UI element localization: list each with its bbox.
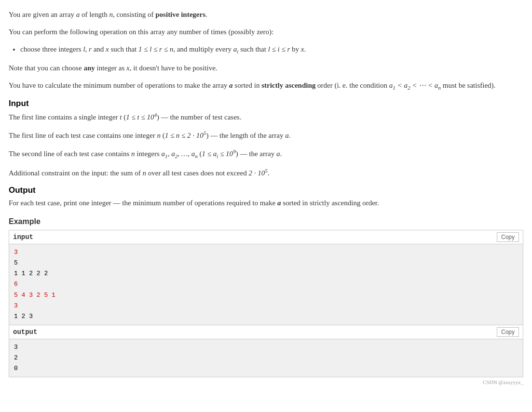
output-copy-button[interactable]: Copy — [497, 327, 519, 337]
output-line-3: 0 — [14, 363, 518, 374]
output-block: output Copy 3 2 0 — [9, 325, 523, 377]
bullet-item: choose three integers l, r and x such th… — [20, 43, 523, 56]
example-title: Example — [9, 217, 523, 226]
input-paragraph-2: The first line of each test case contain… — [9, 129, 523, 141]
output-paragraph-1: For each test case, print one integer — … — [9, 197, 523, 209]
paragraph-1: You are given an array a of length n, co… — [9, 9, 523, 20]
input-paragraph-4: Additional constraint on the input: the … — [9, 166, 523, 179]
input-label: input — [13, 233, 33, 241]
output-heading: Output — [9, 186, 523, 195]
input-line-7: 1 2 3 — [14, 311, 518, 322]
input-paragraph-1: The first line contains a single integer… — [9, 110, 523, 123]
input-paragraph-3: The second line of each test case contai… — [9, 147, 523, 160]
paragraph-2: You can perform the following operation … — [9, 26, 523, 38]
output-block-body: 3 2 0 — [9, 339, 523, 377]
input-block-body: 3 5 1 1 2 2 2 6 5 4 3 2 5 1 3 1 2 3 — [9, 244, 523, 325]
input-line-4: 6 — [14, 279, 518, 290]
paragraph-3: Note that you can choose any integer as … — [9, 62, 523, 74]
input-line-1: 3 — [14, 247, 518, 258]
input-block: input Copy 3 5 1 1 2 2 2 6 5 4 3 2 5 1 3… — [9, 230, 523, 325]
output-line-1: 3 — [14, 342, 518, 353]
paragraph-4: You have to calculate the minimum number… — [9, 80, 523, 92]
input-block-header: input Copy — [9, 230, 523, 244]
input-heading: Input — [9, 99, 523, 108]
input-copy-button[interactable]: Copy — [497, 232, 519, 242]
watermark: CSDN @zzzyyyz_ — [9, 379, 523, 385]
input-line-5: 5 4 3 2 5 1 — [14, 290, 518, 301]
input-line-2: 5 — [14, 258, 518, 268]
input-line-3: 1 1 2 2 2 — [14, 268, 518, 279]
output-label: output — [13, 328, 37, 336]
output-line-2: 2 — [14, 353, 518, 363]
example-section: Example input Copy 3 5 1 1 2 2 2 6 5 4 3… — [9, 217, 523, 377]
output-block-header: output Copy — [9, 325, 523, 339]
input-line-6: 3 — [14, 301, 518, 311]
